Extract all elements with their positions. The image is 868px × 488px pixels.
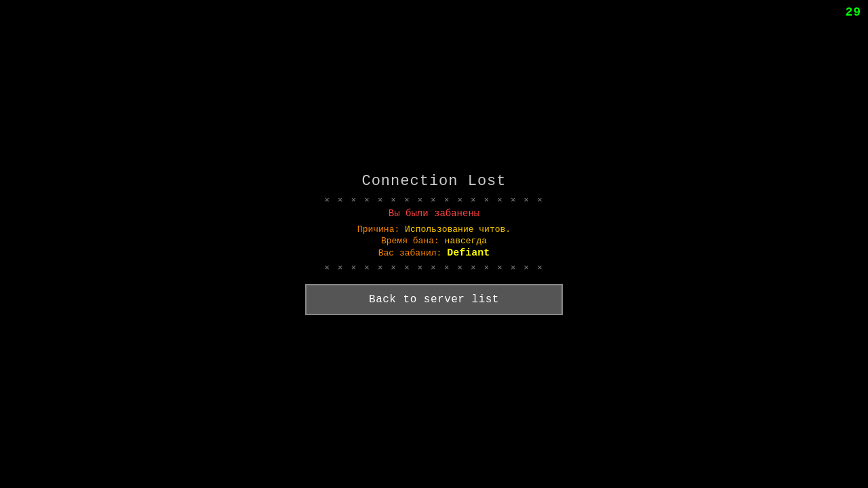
- ban-duration-label: Время бана:: [381, 236, 439, 246]
- ban-details: Причина: Использование читов. Время бана…: [357, 224, 511, 259]
- ban-duration-line: Время бана: навсегда: [381, 236, 487, 246]
- ban-banned-by-value: Defiant: [447, 247, 490, 259]
- center-panel: Connection Lost × × × × × × × × × × × × …: [292, 173, 576, 315]
- fps-counter: 29: [845, 5, 861, 19]
- connection-lost-title: Connection Lost: [361, 173, 506, 190]
- ban-reason-line: Причина: Использование читов.: [357, 224, 511, 235]
- decorative-line-top: × × × × × × × × × × × × × × × × ×: [324, 195, 543, 205]
- ban-reason-label: Причина:: [357, 224, 399, 235]
- banned-text: Вы были забанены: [389, 208, 479, 219]
- back-to-server-list-button[interactable]: Back to server list: [305, 284, 563, 315]
- ban-banned-by-label: Вас забанил:: [378, 248, 442, 258]
- ban-duration-value-text: навсегда: [445, 236, 487, 246]
- decorative-line-bottom: × × × × × × × × × × × × × × × × ×: [324, 263, 543, 273]
- ban-reason-value-text: Использование читов.: [405, 224, 511, 235]
- ban-banned-by-line: Вас забанил: Defiant: [378, 247, 490, 259]
